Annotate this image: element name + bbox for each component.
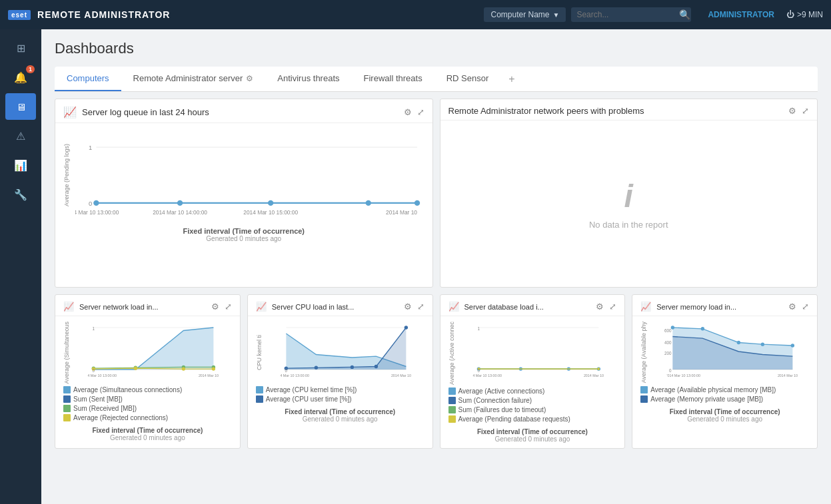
chart-body: Average (Pending logs) — [55, 123, 432, 224]
chart-inner: Average (Pending logs) — [63, 128, 424, 222]
sidebar-item-reports[interactable]: 📊 — [5, 152, 36, 178]
settings-icon[interactable]: ⚙ — [404, 107, 412, 117]
svg-text:1: 1 — [89, 144, 92, 151]
footer-label: Fixed interval (Time of occurrence) — [256, 408, 424, 415]
y-axis-area: Average (Simultaneous — [63, 322, 75, 383]
logout-button[interactable]: ⏻ >9 MIN — [786, 10, 823, 19]
svg-point-4 — [268, 200, 273, 206]
footer-label: Fixed interval (Time of occurrence) — [640, 408, 809, 415]
sidebar-item-alerts[interactable]: ⚠ — [5, 123, 36, 149]
tab-remote-admin[interactable]: Remote Administrator server ⚙ — [121, 67, 266, 91]
expand-icon[interactable]: ⤢ — [417, 302, 424, 312]
svg-text:600: 600 — [664, 328, 672, 333]
settings-icon[interactable]: ⚙ — [788, 106, 796, 116]
svg-point-23 — [212, 367, 215, 370]
svg-text:2014 Mar 10: 2014 Mar 10 — [199, 374, 219, 378]
no-data-box: i No data in the report — [440, 121, 818, 287]
chart-title: Server log queue in last 24 hours — [82, 107, 399, 117]
chart-area: 0 1 4 Mar 10 13:00:00 2014 Mar 10 14:00:… — [75, 128, 424, 222]
svg-point-34 — [350, 366, 353, 369]
chart-body: Average (Active connec — [440, 316, 625, 425]
memory-load-chart: 0 200 400 600 '014 Mar 10 13:00:00 2014 — [656, 322, 809, 381]
legend-item: Sum (Connection failure) — [448, 397, 617, 404]
chart-footer: Fixed interval (Time of occurrence) Gene… — [55, 424, 240, 447]
svg-point-6 — [415, 200, 420, 206]
svg-point-2 — [93, 200, 99, 206]
y-axis-label: Average (Pending logs) — [63, 144, 70, 206]
svg-text:2014 Mar 10: 2014 Mar 10 — [391, 374, 411, 378]
legend-color — [640, 395, 648, 403]
alert-icon: ⚠ — [16, 130, 25, 142]
tab-computers[interactable]: Computers — [55, 67, 121, 91]
svg-text:0: 0 — [285, 368, 287, 373]
chart-type-icon: 📈 — [63, 302, 74, 312]
expand-icon[interactable]: ⤢ — [802, 302, 809, 312]
legend-color — [63, 395, 71, 403]
svg-point-3 — [177, 200, 183, 206]
expand-icon[interactable]: ⤢ — [802, 106, 809, 116]
legend-item: Average (Active connections) — [448, 387, 617, 395]
svg-text:'014 Mar 10 13:00:00: '014 Mar 10 13:00:00 — [667, 374, 701, 378]
legend-item: Average (Rejected connections) — [63, 414, 232, 421]
legend-color — [448, 387, 456, 395]
svg-text:0: 0 — [93, 368, 95, 373]
chart-title: Server memory load in... — [656, 303, 783, 311]
generated-label: Generated 0 minutes ago — [640, 415, 809, 423]
cpu-load-card: 📈 Server CPU load in last... ⚙ ⤢ CPU ker… — [247, 294, 433, 449]
svg-point-61 — [671, 326, 674, 329]
legend-color — [256, 395, 263, 403]
tab-rd-sensor[interactable]: RD Sensor — [434, 67, 501, 91]
legend-color — [256, 386, 263, 393]
legend-box: Average (Active connections) Sum (Connec… — [448, 387, 617, 423]
y-axis-label: Average (Simultaneous — [63, 322, 70, 383]
settings-icon[interactable]: ⚙ — [211, 302, 219, 312]
svg-point-65 — [791, 344, 794, 347]
svg-point-63 — [737, 341, 740, 344]
search-input[interactable] — [571, 7, 691, 22]
chart-icon: 📊 — [14, 159, 27, 172]
chart-footer: Fixed interval (Time of occurrence) Gene… — [55, 224, 432, 248]
db-load-chart: 0 1 4 Mar 10 13:00:00 2014 Mar 10 — [460, 322, 617, 381]
expand-icon[interactable]: ⤢ — [225, 302, 232, 312]
settings-icon[interactable]: ⚙ — [788, 302, 796, 312]
svg-text:4 Mar 10 13:00:00: 4 Mar 10 13:00:00 — [472, 374, 502, 378]
search-icon[interactable]: 🔍 — [679, 9, 690, 20]
legend-item: Average (Pending database requests) — [448, 415, 617, 423]
tab-gear-icon[interactable]: ⚙ — [246, 74, 253, 83]
tab-antivirus[interactable]: Antivirus threats — [265, 67, 351, 91]
generated-label: Generated 0 minutes ago — [448, 435, 617, 443]
svg-text:4 Mar 10 13:00:00: 4 Mar 10 13:00:00 — [280, 374, 309, 378]
expand-icon[interactable]: ⤢ — [417, 107, 424, 117]
svg-point-62 — [701, 327, 704, 330]
chart-title: Server network load in... — [79, 303, 206, 311]
app-title: REMOTE ADMINISTRATOR — [37, 9, 477, 20]
tab-add-button[interactable]: + — [500, 69, 522, 89]
legend-item: Average (CPU user time [%]) — [256, 395, 424, 403]
chart-header: 📈 Server database load i... ⚙ ⤢ — [440, 295, 625, 316]
y-axis-label: Average (Available phy — [640, 322, 647, 383]
sidebar-item-notifications[interactable]: 🔔 1 — [5, 64, 36, 91]
tab-firewall[interactable]: Firewall threats — [352, 67, 434, 91]
svg-text:400: 400 — [664, 340, 672, 345]
chart-title: Server database load i... — [464, 303, 591, 311]
settings-icon[interactable]: ⚙ — [596, 302, 604, 312]
svg-point-22 — [182, 367, 185, 370]
legend-item: Sum (Received [MB]) — [63, 405, 232, 412]
sidebar-item-tools[interactable]: 🔧 — [5, 181, 36, 208]
svg-point-35 — [374, 365, 377, 368]
legend-color — [448, 406, 456, 413]
sidebar-item-computers[interactable]: 🖥 — [5, 93, 36, 120]
svg-text:4 Mar 10 13:00:00: 4 Mar 10 13:00:00 — [75, 209, 119, 216]
footer-label: Fixed interval (Time of occurrence) — [63, 227, 424, 235]
legend-box: Average (Available physical memory [MB])… — [640, 386, 809, 403]
legend-item: Average (CPU kernel time [%]) — [256, 386, 424, 393]
svg-text:1: 1 — [93, 326, 95, 331]
sidebar-item-dashboard[interactable]: ⊞ — [5, 35, 36, 61]
expand-icon[interactable]: ⤢ — [609, 302, 616, 312]
legend-color — [63, 386, 71, 393]
settings-icon[interactable]: ⚙ — [404, 302, 412, 312]
y-axis-area: Average (Active connec — [448, 322, 460, 385]
computer-name-dropdown[interactable]: Computer Name ▼ — [484, 7, 566, 22]
svg-text:4 Mar 10 13:00:00: 4 Mar 10 13:00:00 — [87, 374, 117, 378]
top-charts-grid: 📈 Server log queue in last 24 hours ⚙ ⤢ … — [55, 92, 818, 294]
